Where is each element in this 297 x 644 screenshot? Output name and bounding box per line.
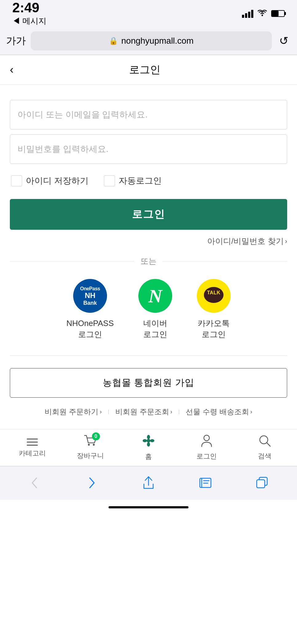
auto-login-checkbox[interactable]	[104, 175, 115, 186]
page-header: ‹ 로그인	[0, 55, 297, 85]
address-bar[interactable]: 🔒 nonghyupmall.com	[31, 31, 272, 50]
nav-item-search[interactable]: 검색	[249, 435, 280, 461]
or-divider: 또는	[10, 256, 287, 267]
kakao-login-item[interactable]: TALK 카카오톡로그인	[197, 279, 231, 340]
svg-text:TALK: TALK	[207, 290, 220, 295]
browser-tabs-button[interactable]	[250, 477, 275, 489]
find-link-row: 아이디/비밀번호 찾기 ›	[10, 236, 287, 247]
svg-rect-16	[257, 480, 265, 488]
nh-bank-text: NH	[80, 291, 100, 300]
sub-link-sep-1: |	[108, 409, 109, 415]
save-id-checkbox-item[interactable]: 아이디 저장하기	[11, 175, 89, 187]
sub-link-sep-2: |	[178, 409, 180, 415]
search-icon	[259, 435, 271, 450]
nav-item-cart[interactable]: 0 장바구니	[75, 435, 106, 460]
svg-point-4	[88, 444, 90, 446]
svg-line-13	[267, 443, 270, 446]
login-nav-label: 로그인	[196, 452, 217, 461]
main-content: 아이디 저장하기 자동로그인 로그인 아이디/비밀번호 찾기 › 또는 OneP…	[0, 85, 297, 429]
or-line-left	[10, 261, 134, 261]
status-time: 2:49	[12, 1, 46, 14]
nh-label: NHOnePASS로그인	[66, 318, 114, 340]
or-line-right	[163, 261, 287, 261]
svg-point-5	[93, 444, 95, 446]
svg-point-10	[150, 439, 154, 442]
login-button[interactable]: 로그인	[10, 199, 287, 230]
home-indicator-bar	[109, 506, 188, 508]
signal-bars	[242, 9, 253, 18]
non-member-order-arrow: ›	[100, 408, 102, 415]
nav-item-category[interactable]: 카테고리	[17, 437, 48, 458]
cart-label: 장바구니	[77, 451, 104, 460]
browser-url: nonghyupmall.com	[121, 36, 193, 46]
auto-login-checkbox-item[interactable]: 자동로그인	[104, 175, 162, 187]
kakao-icon: TALK	[197, 279, 231, 313]
cart-badge: 0	[92, 432, 100, 440]
non-member-check-text: 비회원 주문조회	[115, 407, 169, 417]
find-id-pw-text: 아이디/비밀번호 찾기	[207, 236, 283, 247]
naver-icon: N	[138, 279, 172, 313]
gift-delivery-arrow: ›	[250, 408, 252, 415]
naver-n-text: N	[148, 285, 162, 307]
battery-icon	[271, 10, 285, 17]
save-id-label: 아이디 저장하기	[26, 175, 89, 187]
non-member-check-arrow: ›	[170, 408, 172, 415]
svg-point-12	[260, 436, 268, 444]
svg-point-7	[147, 435, 150, 439]
non-member-order-text: 비회원 주문하기	[45, 407, 98, 417]
naver-login-item[interactable]: N 네이버로그인	[138, 279, 172, 340]
category-icon	[27, 437, 38, 447]
or-text: 또는	[141, 256, 156, 267]
browser-bar: 가가 🔒 nonghyupmall.com ↺	[0, 27, 297, 55]
svg-point-11	[204, 435, 209, 441]
nh-onepass-text: OnePass	[80, 286, 100, 292]
font-size-label: 가가	[6, 34, 26, 48]
search-label: 검색	[258, 451, 271, 461]
nav-item-home[interactable]: 홈	[133, 434, 164, 461]
cart-icon: 0	[84, 435, 97, 449]
find-arrow-icon: ›	[285, 237, 287, 245]
nh-login-item[interactable]: OnePass NH Bank NHOnePASS로그인	[66, 279, 114, 340]
social-login-section: OnePass NH Bank NHOnePASS로그인 N 네이버로그인	[10, 279, 287, 340]
svg-point-8	[147, 442, 150, 447]
status-back-label: ◀ 메시지	[12, 16, 46, 26]
nav-item-login[interactable]: 로그인	[191, 434, 222, 461]
nh-icon-inner: OnePass NH Bank	[80, 286, 100, 306]
password-input[interactable]	[10, 134, 287, 164]
gift-delivery-text: 선물 수령 배송조회	[186, 407, 249, 417]
status-bar: 2:49 ◀ 메시지	[0, 0, 297, 27]
browser-share-button[interactable]	[136, 476, 161, 490]
kakao-label: 카카오톡로그인	[198, 318, 230, 340]
mid-divider	[10, 356, 287, 356]
browser-bookmark-button[interactable]	[193, 477, 218, 489]
person-icon	[201, 434, 212, 450]
non-member-check-link[interactable]: 비회원 주문조회 ›	[115, 407, 172, 417]
hamburger-icon	[27, 437, 38, 447]
sub-links: 비회원 주문하기 › | 비회원 주문조회 › | 선물 수령 배송조회 ›	[10, 407, 287, 417]
save-id-checkbox[interactable]	[11, 175, 22, 186]
join-button[interactable]: 농협몰 통합회원 가입	[10, 368, 287, 398]
id-input[interactable]	[10, 100, 287, 129]
checkbox-row: 아이디 저장하기 자동로그인	[10, 175, 287, 187]
browser-bottom-bar	[0, 466, 297, 500]
lock-icon: 🔒	[109, 37, 118, 45]
home-label: 홈	[145, 452, 152, 461]
svg-point-6	[147, 439, 150, 443]
find-id-pw-link[interactable]: 아이디/비밀번호 찾기 ›	[207, 236, 287, 247]
browser-back-button[interactable]	[22, 477, 47, 489]
kakao-talk-svg: TALK	[203, 286, 224, 305]
svg-point-9	[143, 439, 147, 442]
browser-forward-button[interactable]	[79, 477, 104, 489]
status-right	[242, 9, 285, 18]
home-icon	[142, 434, 155, 450]
wifi-icon	[258, 9, 267, 18]
back-button[interactable]: ‹	[10, 63, 14, 76]
nh-icon: OnePass NH Bank	[73, 279, 107, 313]
home-indicator	[0, 500, 297, 515]
gift-delivery-link[interactable]: 선물 수령 배송조회 ›	[186, 407, 252, 417]
reload-button[interactable]: ↺	[277, 34, 291, 47]
page-title: 로그인	[20, 63, 270, 77]
naver-label: 네이버로그인	[143, 318, 167, 340]
nh-bank-sub-text: Bank	[80, 300, 100, 306]
non-member-order-link[interactable]: 비회원 주문하기 ›	[45, 407, 101, 417]
